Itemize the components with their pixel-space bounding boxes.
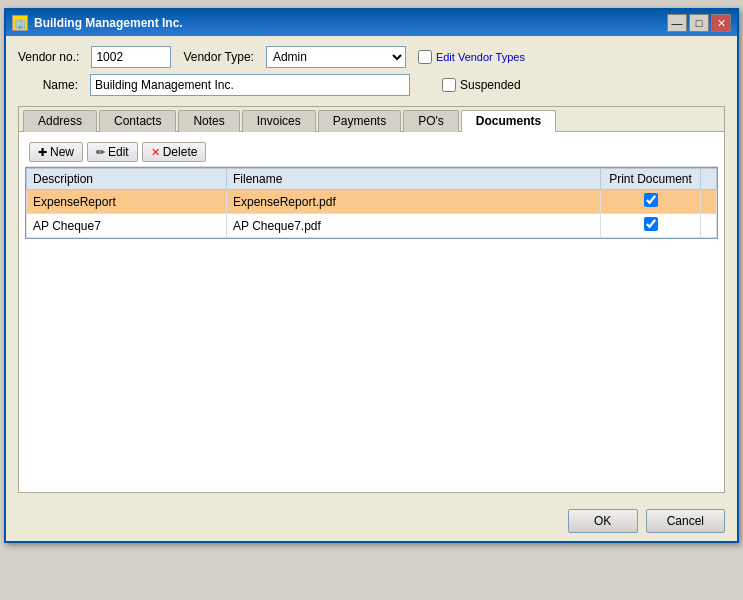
col-filename: Filename (227, 169, 601, 190)
row1-print-cell (601, 190, 701, 214)
edit-icon: ✏ (96, 146, 105, 159)
row1-filename: ExpenseReport.pdf (227, 190, 601, 214)
edit-label: Edit (108, 145, 129, 159)
tab-notes[interactable]: Notes (178, 110, 239, 132)
close-button[interactable]: ✕ (711, 14, 731, 32)
delete-button[interactable]: ✕ Delete (142, 142, 207, 162)
new-icon: ✚ (38, 146, 47, 159)
new-button[interactable]: ✚ New (29, 142, 83, 162)
table-row[interactable]: AP Cheque7 AP Cheque7.pdf (27, 214, 717, 238)
tab-content-documents: ✚ New ✏ Edit ✕ Delete (19, 132, 724, 492)
suspended-checkbox[interactable] (442, 78, 456, 92)
table-row[interactable]: ExpenseReport ExpenseReport.pdf (27, 190, 717, 214)
row2-print-cell (601, 214, 701, 238)
suspended-label: Suspended (460, 78, 521, 92)
tab-contacts[interactable]: Contacts (99, 110, 176, 132)
col-print: Print Document (601, 169, 701, 190)
name-row: Name: Suspended (18, 74, 725, 96)
row1-print-checkbox[interactable] (644, 193, 658, 207)
row2-description: AP Cheque7 (27, 214, 227, 238)
row1-description: ExpenseReport (27, 190, 227, 214)
window-title: Building Management Inc. (34, 16, 183, 30)
row2-scroll-spacer (701, 214, 717, 238)
edit-vendor-link[interactable]: Edit Vendor Types (436, 51, 525, 63)
vendor-row: Vendor no.: Vendor Type: Admin Supplier … (18, 46, 725, 68)
main-window: 🏢 Building Management Inc. — □ ✕ Vendor … (4, 8, 739, 543)
vendor-no-input[interactable] (91, 46, 171, 68)
minimize-button[interactable]: — (667, 14, 687, 32)
name-input[interactable] (90, 74, 410, 96)
delete-icon: ✕ (151, 146, 160, 159)
footer: OK Cancel (6, 501, 737, 541)
tab-payments[interactable]: Payments (318, 110, 401, 132)
new-label: New (50, 145, 74, 159)
documents-table: Description Filename Print Document Expe… (26, 168, 717, 238)
tabs-container: Address Contacts Notes Invoices Payments… (18, 106, 725, 493)
vendor-type-label: Vendor Type: (183, 50, 254, 64)
row2-filename: AP Cheque7.pdf (227, 214, 601, 238)
form-content: Vendor no.: Vendor Type: Admin Supplier … (6, 36, 737, 501)
app-icon: 🏢 (12, 15, 28, 31)
tab-pos[interactable]: PO's (403, 110, 459, 132)
documents-toolbar: ✚ New ✏ Edit ✕ Delete (25, 138, 718, 167)
vendor-no-label: Vendor no.: (18, 50, 79, 64)
delete-label: Delete (163, 145, 198, 159)
vendor-type-select[interactable]: Admin Supplier Contractor Other (266, 46, 406, 68)
row2-print-checkbox[interactable] (644, 217, 658, 231)
ok-button[interactable]: OK (568, 509, 638, 533)
edit-button[interactable]: ✏ Edit (87, 142, 138, 162)
title-bar-left: 🏢 Building Management Inc. (12, 15, 183, 31)
title-bar: 🏢 Building Management Inc. — □ ✕ (6, 10, 737, 36)
maximize-button[interactable]: □ (689, 14, 709, 32)
tab-address[interactable]: Address (23, 110, 97, 132)
tab-documents[interactable]: Documents (461, 110, 556, 132)
cancel-button[interactable]: Cancel (646, 509, 725, 533)
row1-scroll-spacer (701, 190, 717, 214)
title-controls: — □ ✕ (667, 14, 731, 32)
name-label: Name: (18, 78, 78, 92)
tab-invoices[interactable]: Invoices (242, 110, 316, 132)
tabs-row: Address Contacts Notes Invoices Payments… (19, 107, 724, 132)
documents-table-wrapper: Description Filename Print Document Expe… (25, 167, 718, 239)
col-description: Description (27, 169, 227, 190)
edit-vendor-checkbox[interactable] (418, 50, 432, 64)
